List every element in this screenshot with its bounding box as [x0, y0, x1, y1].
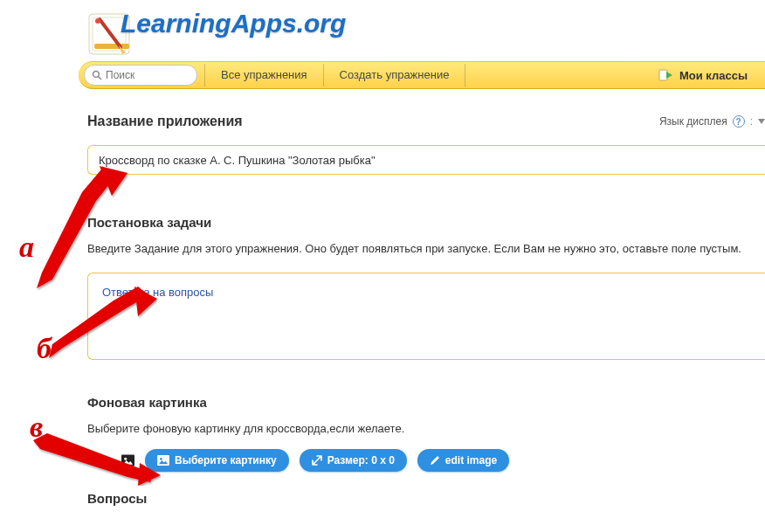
choose-image-button[interactable]: Выберите картинку	[145, 449, 289, 472]
svg-point-12	[160, 458, 162, 460]
svg-point-10	[124, 458, 127, 460]
search-icon	[92, 70, 102, 80]
image-size-label: Размер: 0 x 0	[327, 454, 395, 466]
nav-create-app[interactable]: Создать упражнение	[324, 61, 465, 89]
task-textarea[interactable]: Ответьте на вопросы	[87, 273, 765, 360]
image-icon[interactable]	[121, 453, 134, 467]
display-language-label: Язык дисплея	[659, 115, 727, 128]
nav-my-classes-label: Мои классы	[679, 69, 748, 82]
section-app-title: Название приложения	[87, 114, 659, 129]
resize-icon	[312, 455, 322, 466]
help-icon[interactable]: ?	[733, 115, 745, 128]
site-logo-text: LearningApps.org	[121, 9, 346, 38]
edit-image-button[interactable]: edit image	[417, 449, 509, 472]
nav-all-apps[interactable]: Все упражнения	[205, 61, 323, 89]
app-title-value: Кроссворд по сказке А. С. Пушкина "Золот…	[99, 154, 376, 167]
section-bg-title: Фоновая картинка	[87, 395, 765, 410]
main-navbar: Все упражнения Создать упражнение Мои кл…	[79, 61, 765, 89]
svg-rect-8	[659, 70, 667, 80]
svg-line-7	[99, 77, 101, 79]
chevron-down-icon	[758, 119, 765, 124]
svg-rect-2	[94, 44, 129, 49]
book-arrow-icon	[658, 68, 674, 82]
picture-icon	[157, 455, 169, 466]
choose-image-label: Выберите картинку	[175, 454, 277, 466]
task-help-text: Введите Задание для этого упражнения. Он…	[87, 242, 765, 255]
task-value: Ответьте на вопросы	[102, 286, 213, 299]
section-task-title: Постановка задачи	[87, 215, 765, 230]
app-title-input[interactable]: Кроссворд по сказке А. С. Пушкина "Золот…	[87, 145, 765, 175]
delete-icon[interactable]	[96, 453, 110, 467]
bg-help-text: Выберите фоновую картинку для кроссворда…	[87, 422, 765, 435]
search-input[interactable]	[106, 69, 190, 81]
search-box[interactable]	[84, 65, 197, 86]
edit-image-label: edit image	[445, 454, 497, 466]
section-questions-title: Вопросы	[87, 491, 765, 506]
edit-icon	[430, 455, 440, 466]
display-language-selector[interactable]: Язык дисплея ? :	[659, 115, 765, 128]
image-size-button[interactable]: Размер: 0 x 0	[300, 449, 407, 472]
nav-my-classes[interactable]: Мои классы	[650, 68, 765, 82]
svg-point-5	[95, 18, 100, 24]
